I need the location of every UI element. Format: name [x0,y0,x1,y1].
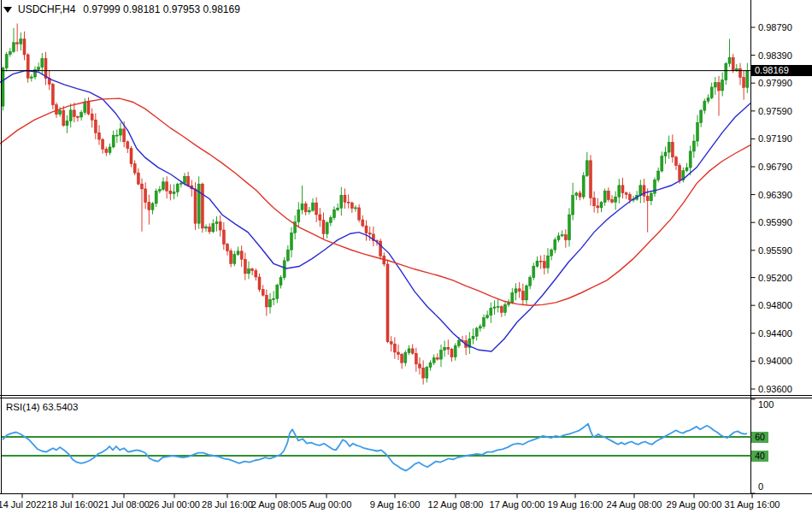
price-axis-label: 0.96790 [758,162,792,172]
price-axis-label: 0.97590 [758,106,792,116]
time-axis-label: 31 Aug 16:00 [725,499,780,510]
time-axis-label: 29 Aug 00:00 [667,499,722,510]
time-axis-label: 28 Jul 16:00 [202,499,253,510]
chart-frame [0,0,812,494]
time-axis-label: 5 Aug 00:00 [302,499,352,510]
rsi-line [3,424,747,471]
price-axis-label: 0.95200 [758,273,792,283]
rsi-range-label: 100 [758,399,774,410]
time-axis-label: 12 Aug 08:00 [428,499,484,510]
time-axis-label: 2 Aug 08:00 [251,499,302,510]
price-axis-label: 0.97990 [758,78,792,88]
rsi-level-60-badge: 60 [751,432,768,443]
price-axis-label: 0.94000 [758,356,792,366]
symbol-marker-icon [3,6,13,14]
ma-slow-line [0,98,750,305]
symbol-label: USDCHF,H4 [18,3,75,15]
candles-layer [2,24,749,385]
time-axis-label: 18 Jul 16:00 [47,499,98,510]
time-axis-label: 17 Aug 00:00 [490,499,545,510]
time-axis-label: 21 Jul 08:00 [98,499,150,510]
price-chart-canvas[interactable]: 0.987900.983900.979900.975900.971900.967… [0,0,812,513]
time-axis: 14 Jul 202218 Jul 16:0021 Jul 08:0026 Ju… [0,494,780,510]
price-axis-label: 0.95590 [758,245,792,256]
price-axis-label: 0.98390 [758,50,792,61]
rsi-range-label: 0 [758,481,763,492]
ohlc-values: 0.97999 0.98181 0.97953 0.98169 [83,3,240,15]
chart-title: USDCHF,H4 0.97999 0.98181 0.97953 0.9816… [3,3,240,15]
time-axis-label: 26 Jul 00:00 [149,499,200,510]
time-axis-label: 19 Aug 16:00 [548,499,603,510]
price-axis-label: 0.95990 [758,217,792,227]
time-axis-label: 9 Aug 16:00 [370,499,421,510]
price-axis-label: 0.96390 [758,190,792,200]
rsi-level-40-badge: 40 [751,451,768,462]
price-axis-label: 0.93600 [758,384,792,394]
ma-fast-line [0,71,750,352]
time-axis-label: 24 Aug 08:00 [607,499,662,510]
chart-window: 0.987900.983900.979900.975900.971900.967… [0,0,812,513]
price-axis-label: 0.94400 [758,328,792,339]
price-axis-label: 0.94800 [758,300,792,310]
price-axis-label: 0.98790 [758,22,792,32]
current-price-badge: 0.98169 [751,65,812,76]
rsi-pane: 1000 [2,399,774,493]
time-axis-label: 14 Jul 2022 [0,499,46,510]
price-axis-label: 0.97190 [758,133,792,144]
rsi-indicator-label: RSI(14) 63.5403 [6,402,78,412]
price-axis: 0.987900.983900.979900.975900.971900.967… [751,22,792,394]
